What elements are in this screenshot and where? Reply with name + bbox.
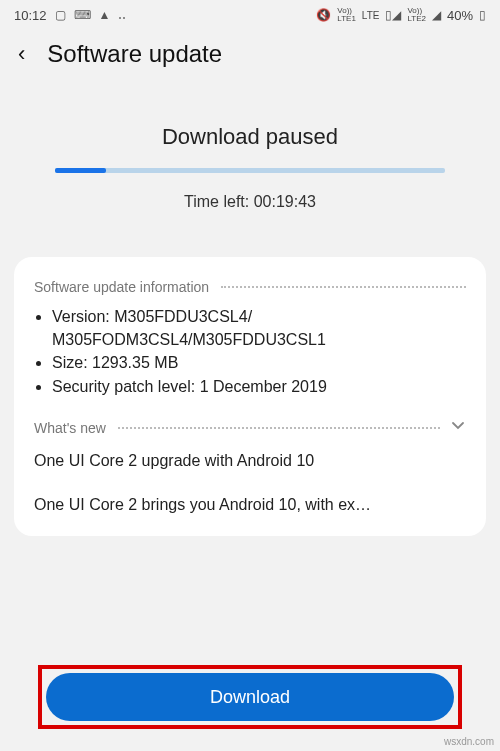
divider-dots bbox=[221, 286, 466, 288]
header: ‹ Software update bbox=[0, 30, 500, 82]
info-version: Version: M305FDDU3CSL4/ M305FODM3CSL4/M3… bbox=[52, 305, 466, 351]
status-title: Download paused bbox=[0, 124, 500, 150]
chevron-down-icon[interactable] bbox=[450, 418, 466, 438]
image-icon: ▢ bbox=[55, 8, 66, 22]
warning-icon: ▲ bbox=[99, 8, 111, 22]
signal1-icon: ▯◢ bbox=[385, 8, 401, 22]
info-section-title: Software update information bbox=[34, 279, 209, 295]
whatsnew-header[interactable]: What's new bbox=[34, 418, 466, 438]
sim2-label: Vo))LTE2 bbox=[407, 7, 426, 23]
time-left: Time left: 00:19:43 bbox=[0, 193, 500, 211]
lte-label: LTE bbox=[362, 10, 380, 21]
info-security: Security patch level: 1 December 2019 bbox=[52, 375, 466, 398]
clock: 10:12 bbox=[14, 8, 47, 23]
download-status: Download paused Time left: 00:19:43 bbox=[0, 124, 500, 211]
mute-icon: 🔇 bbox=[316, 8, 331, 22]
whatsnew-title: What's new bbox=[34, 420, 106, 436]
sim1-label: Vo))LTE1 bbox=[337, 7, 356, 23]
progress-bar bbox=[55, 168, 445, 173]
whatsnew-line1: One UI Core 2 upgrade with Android 10 bbox=[34, 450, 466, 472]
back-icon[interactable]: ‹ bbox=[18, 41, 25, 67]
statusbar-left: 10:12 ▢ ⌨ ▲ ‥ bbox=[14, 8, 126, 23]
info-list: Version: M305FDDU3CSL4/ M305FODM3CSL4/M3… bbox=[34, 305, 466, 398]
whatsnew-line2: One UI Core 2 brings you Android 10, wit… bbox=[34, 496, 466, 514]
monitor-icon: ⌨ bbox=[74, 8, 91, 22]
statusbar-right: 🔇 Vo))LTE1 LTE ▯◢ Vo))LTE2 ◢ 40% ▯ bbox=[316, 7, 486, 23]
download-button[interactable]: Download bbox=[46, 673, 454, 721]
info-section-header: Software update information bbox=[34, 279, 466, 295]
signal2-icon: ◢ bbox=[432, 8, 441, 22]
download-button-highlight: Download bbox=[38, 665, 462, 729]
info-card: Software update information Version: M30… bbox=[14, 257, 486, 536]
progress-fill bbox=[55, 168, 106, 173]
statusbar: 10:12 ▢ ⌨ ▲ ‥ 🔇 Vo))LTE1 LTE ▯◢ Vo))LTE2… bbox=[0, 0, 500, 30]
battery-text: 40% bbox=[447, 8, 473, 23]
page-title: Software update bbox=[47, 40, 222, 68]
divider-dots bbox=[118, 427, 440, 429]
more-icon: ‥ bbox=[118, 8, 126, 22]
info-size: Size: 1293.35 MB bbox=[52, 351, 466, 374]
watermark: wsxdn.com bbox=[444, 736, 494, 747]
battery-icon: ▯ bbox=[479, 8, 486, 22]
